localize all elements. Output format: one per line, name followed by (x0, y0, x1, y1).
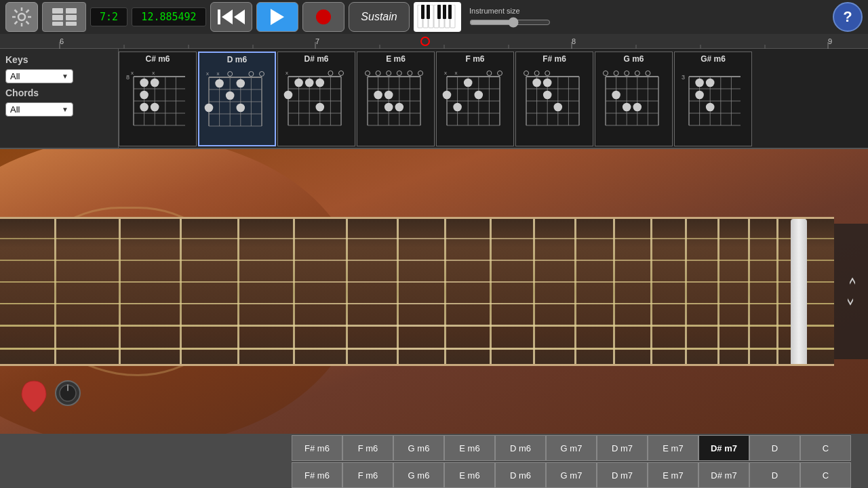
chord-diagram-6 (600, 66, 668, 140)
fret-3 (237, 219, 239, 364)
bottom-chords-2-btn-0[interactable]: F# m6 (292, 462, 342, 488)
svg-rect-9 (52, 8, 63, 14)
svg-point-153 (532, 79, 541, 87)
fret-4 (293, 219, 295, 364)
playhead (420, 37, 430, 46)
svg-point-111 (376, 71, 380, 76)
fretboard (0, 217, 834, 366)
ruler-ticks (0, 34, 868, 49)
fret-1 (119, 219, 121, 364)
svg-point-150 (524, 71, 528, 76)
keys-dropdown[interactable]: All ▼ (5, 69, 73, 83)
scroll-arrow-up: › (843, 277, 859, 285)
chord-name-3: E m6 (386, 52, 406, 64)
chord-card-6[interactable]: G m6 (595, 52, 673, 146)
svg-line-7 (26, 10, 29, 13)
chords-value: All (10, 104, 20, 115)
svg-text:x: x (206, 70, 209, 77)
fret-5 (346, 219, 348, 364)
bottom-chords-2-btn-4[interactable]: D m6 (495, 462, 546, 488)
svg-point-154 (542, 79, 551, 87)
chord-card-2[interactable]: D# m6x (277, 52, 355, 146)
svg-point-79 (236, 104, 245, 113)
bottom-chords-2-btn-3[interactable]: E m6 (444, 462, 495, 488)
bottom-chords-2-btn-2[interactable]: G m6 (393, 462, 444, 488)
scroll-right-button[interactable]: › › (834, 224, 868, 359)
help-button[interactable]: ? (833, 2, 863, 32)
bottom-chords-2-btn-9[interactable]: D (749, 462, 800, 488)
volume-knob (54, 380, 81, 407)
svg-point-133 (486, 71, 491, 76)
chords-dropdown[interactable]: All ▼ (5, 102, 73, 117)
svg-rect-23 (427, 5, 430, 19)
svg-point-171 (635, 71, 639, 76)
chord-card-7[interactable]: G# m63 (674, 52, 752, 146)
record-button[interactable] (302, 2, 344, 32)
fret-10 (574, 219, 576, 364)
svg-point-175 (633, 103, 642, 112)
chord-card-0[interactable]: C# m68xx (119, 52, 197, 146)
grid-button[interactable] (42, 2, 86, 32)
rewind-icon (218, 9, 245, 24)
bottom-chords-1-btn-0[interactable]: F# m6 (292, 435, 342, 461)
sustain-button[interactable]: Sustain (349, 2, 410, 32)
svg-text:x: x (444, 70, 447, 76)
bottom-chord-row-2: F# m6F m6G m6E m6D m6G m7D m7E m7D# m7DC (292, 462, 851, 488)
chord-card-5[interactable]: F# m6 (515, 52, 593, 146)
gear-icon (11, 6, 33, 28)
string-2 (0, 260, 834, 261)
svg-text:x: x (216, 70, 219, 77)
fret-13 (685, 219, 687, 364)
rewind-button[interactable] (210, 2, 252, 32)
keys-label: Keys (5, 54, 28, 65)
gear-button[interactable] (5, 2, 38, 32)
bottom-chords-1-btn-3[interactable]: E m6 (444, 435, 495, 461)
bottom-chords-2-btn-5[interactable]: G m7 (546, 462, 597, 488)
svg-point-135 (463, 79, 472, 87)
svg-point-116 (374, 91, 382, 100)
svg-point-173 (612, 91, 620, 100)
bottom-chords-1-btn-4[interactable]: D m6 (495, 435, 546, 461)
chord-name-2: D# m6 (304, 52, 328, 64)
chord-name-1: D m6 (227, 53, 247, 65)
chord-diagram-3 (362, 66, 430, 140)
grid-icon (51, 7, 78, 27)
bottom-chords-2-btn-7[interactable]: E m7 (648, 462, 698, 488)
chord-diagram-2: x (283, 66, 351, 140)
string-4 (0, 303, 834, 304)
svg-point-136 (442, 91, 451, 100)
svg-point-191 (705, 103, 714, 112)
bottom-chords-1-btn-1[interactable]: F m6 (342, 435, 393, 461)
svg-point-151 (534, 71, 539, 76)
bottom-chords-1-btn-6[interactable]: D m7 (597, 435, 648, 461)
bottom-chords-2-btn-8[interactable]: D# m7 (698, 462, 749, 488)
svg-text:x: x (152, 70, 155, 76)
svg-rect-14 (66, 22, 77, 26)
toolbar: 7:2 12.885492 Sustain (0, 0, 868, 34)
bottom-chords-1-btn-2[interactable]: G m6 (393, 435, 444, 461)
svg-point-117 (384, 91, 393, 100)
instrument-size-slider[interactable] (469, 17, 551, 28)
bottom-chords-1-btn-7[interactable]: E m7 (648, 435, 698, 461)
bottom-chords-2-btn-6[interactable]: D m7 (597, 462, 648, 488)
chord-card-3[interactable]: E m6 (357, 52, 435, 146)
chords-label: Chords (5, 87, 39, 98)
bottom-chords-2-btn-1[interactable]: F m6 (342, 462, 393, 488)
string-3 (0, 281, 834, 283)
svg-point-156 (553, 103, 562, 112)
svg-rect-12 (66, 15, 77, 20)
play-button[interactable] (256, 2, 298, 32)
bottom-chords-1-btn-10[interactable]: C (800, 435, 851, 461)
bottom-chords-1-btn-9[interactable]: D (749, 435, 800, 461)
bottom-chords-2-btn-10[interactable]: C (800, 462, 851, 488)
string-1 (0, 238, 834, 239)
chord-card-4[interactable]: F m6xx (436, 52, 514, 146)
bottom-chords-1-btn-5[interactable]: G m7 (546, 435, 597, 461)
svg-rect-25 (443, 5, 446, 19)
svg-point-73 (248, 72, 253, 77)
chord-card-1[interactable]: D m6xx (198, 52, 276, 146)
chord-name-6: G m6 (623, 52, 644, 64)
svg-point-118 (384, 103, 393, 112)
bottom-chords-1-btn-8[interactable]: D# m7 (698, 435, 749, 461)
svg-point-58 (150, 103, 159, 112)
